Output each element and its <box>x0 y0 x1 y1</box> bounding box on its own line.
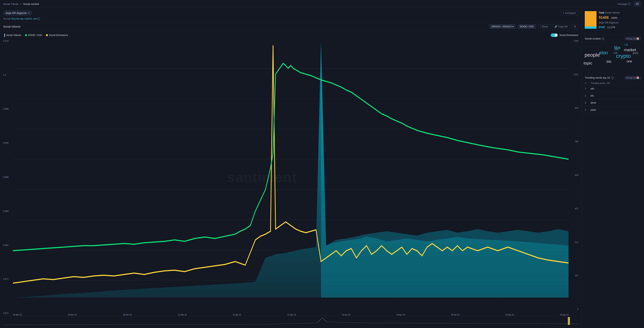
word-people[interactable]: people <box>584 52 600 58</box>
compare-button[interactable]: + Compare <box>560 10 578 16</box>
trending-table: 1 eth 2 btc 3 drive 4 pass <box>582 85 644 113</box>
word-crypto-score: 0.88 <box>614 52 617 54</box>
volume-total-pct: 100% <box>611 16 618 19</box>
social-context-title: Social context i <box>585 37 604 40</box>
word-one[interactable]: one <box>626 60 632 63</box>
volume-sub-numbers: 5742 11.17% <box>599 26 620 29</box>
volume-bar-fill-small <box>585 26 596 29</box>
x-axis: 29 Mar 23 29 Mar 23 30 Mar 23 31 Mar 23 … <box>13 314 568 316</box>
period-button[interactable]: 1D <box>634 2 641 6</box>
toggle-label: Social Dominance <box>559 34 578 36</box>
word-topic[interactable]: topic <box>584 61 592 66</box>
svg-marker-10 <box>321 42 568 298</box>
right-panel: Total Social Volume 51408 100% doge OR d… <box>582 8 644 328</box>
chart-area: doge OR dogecoin × + Compare Try out: Bu… <box>0 8 582 328</box>
volume-total-numbers: 51408 100% <box>599 16 620 20</box>
volume-total-label: Total Social Volume <box>599 11 620 14</box>
average-label: Average i <box>618 2 630 6</box>
volume-bar-fill <box>585 11 596 29</box>
search-bar: doge OR dogecoin × + Compare <box>3 10 578 16</box>
trending-row-4[interactable]: 4 pass <box>582 106 644 113</box>
volume-bar-container: Total Social Volume 51408 100% doge OR d… <box>585 11 641 29</box>
volume-bar-total <box>585 11 596 29</box>
dominance-dot <box>46 34 48 36</box>
chart-title: Social Volume <box>3 25 20 28</box>
svg-rect-11 <box>568 317 570 325</box>
social-context-info-icon[interactable]: i <box>602 37 604 40</box>
settings-button[interactable]: ⚙ <box>572 24 578 29</box>
row-word-eth: eth <box>591 87 641 90</box>
y-axis-right: 1258 1101 943 786 629 471 314 157 0 <box>568 38 578 312</box>
volume-sub-num: 5742 <box>599 26 605 29</box>
legend-social-dominance[interactable]: Social Dominance <box>46 34 68 36</box>
col-num-header: # <box>585 82 591 84</box>
word-cloud: people like 1.00 market elon 0.91 crypto… <box>582 42 644 74</box>
header: Social Trends > Social context Average i… <box>0 0 644 8</box>
word-crypto[interactable]: crypto <box>616 53 631 59</box>
copy-link-button[interactable]: 🔗 Copy link <box>552 24 570 29</box>
trending-row-1[interactable]: 1 eth <box>582 85 644 92</box>
breadcrumb-social-trends[interactable]: Social Trends <box>3 2 18 6</box>
bottom-mini-chart <box>3 316 578 326</box>
doge-dot <box>25 34 27 36</box>
volume-sub-pct: 11.17% <box>607 26 615 29</box>
link-icon: 🔗 <box>554 25 558 28</box>
volume-summary: Total Social Volume 51408 100% doge OR d… <box>582 8 644 34</box>
calendar-icon: 📅 <box>636 37 639 40</box>
legend: ▐ Social Volume DOGE / USD Social Domina… <box>3 32 578 38</box>
col-word-header: Trending words, 24h <box>591 82 641 84</box>
try-out: Try out: Buy the dip, bottom, sell i <box>3 18 578 20</box>
breadcrumb-separator: > <box>20 2 22 6</box>
bar-icon: ▐ <box>3 34 5 37</box>
social-context-header: Social context i 05 Apr 23 📅 <box>582 34 644 42</box>
share-icon: ⤴ <box>540 25 541 28</box>
close-icon[interactable]: × <box>28 11 30 14</box>
y-axis-left: 0.103 0.1 0.096 0.092 0.088 0.084 0.081 … <box>3 38 13 316</box>
row-word-drive: drive <box>591 101 641 104</box>
row-num-2: 2 <box>585 94 591 97</box>
volume-info: Total Social Volume 51408 100% doge OR d… <box>599 11 620 29</box>
row-num-4: 4 <box>585 108 591 111</box>
trending-title: Trending words top 10 i <box>585 76 614 79</box>
social-dominance-toggle[interactable] <box>551 34 558 37</box>
trending-table-header: # Trending words, 24h <box>582 81 644 85</box>
search-tag: doge OR dogecoin × <box>3 10 32 16</box>
breadcrumb-current: Social context <box>23 2 39 6</box>
volume-sub-label: doge OR dogecoin <box>599 21 620 24</box>
chart-toolbar: Social Volume 29/03/23 - 05/04/23 ▾ DOGE… <box>3 22 578 31</box>
try-out-link[interactable]: Buy the dip, bottom, sell <box>12 18 37 20</box>
trending-calendar-icon: 📅 <box>636 76 639 79</box>
row-word-btc: btc <box>591 94 641 97</box>
row-num-1: 1 <box>585 88 591 90</box>
word-post[interactable]: post <box>633 51 638 54</box>
asset-button[interactable]: DOGE / USD <box>518 24 536 29</box>
legend-right: Social Dominance <box>551 34 578 37</box>
chart-container: santiment 0.103 0.1 0.096 0.092 0.088 0.… <box>3 38 578 316</box>
share-button[interactable]: ⤴ Share <box>538 24 550 29</box>
trending-info-icon[interactable]: i <box>611 76 614 79</box>
volume-total-num: 51408 <box>599 16 608 20</box>
gear-icon: ⚙ <box>574 25 576 28</box>
trending-header: Trending words top 10 i 05 Apr 23 📅 <box>582 74 644 81</box>
try-out-info-icon[interactable]: i <box>37 18 40 20</box>
row-num-3: 3 <box>585 102 591 104</box>
main-layout: doge OR dogecoin × + Compare Try out: Bu… <box>0 8 644 328</box>
toolbar-right: 29/03/23 - 05/04/23 ▾ DOGE / USD ⤴ Share… <box>489 24 578 29</box>
word-elon[interactable]: elon <box>599 50 608 56</box>
date-range-button[interactable]: 29/03/23 - 05/04/23 ▾ <box>489 24 516 29</box>
legend-social-volume[interactable]: ▐ Social Volume <box>3 34 21 37</box>
row-word-pass: pass <box>591 108 641 111</box>
word-btc[interactable]: btc <box>607 60 612 64</box>
legend-doge-usd[interactable]: DOGE / USD <box>25 34 42 36</box>
average-info-icon[interactable]: i <box>628 2 630 5</box>
social-context-date[interactable]: 05 Apr 23 📅 <box>625 37 641 40</box>
chevron-down-icon: ▾ <box>512 25 514 28</box>
header-right: Average i 1D <box>618 2 641 6</box>
trending-date[interactable]: 05 Apr 23 📅 <box>625 76 641 80</box>
word-elon-score: 0.91 <box>615 49 618 51</box>
word-like-score: 1.00 <box>624 44 628 46</box>
trending-row-3[interactable]: 3 drive <box>582 99 644 106</box>
trending-row-2[interactable]: 2 btc <box>582 92 644 99</box>
search-tag-text: doge OR dogecoin <box>6 12 27 14</box>
chart-svg <box>13 38 568 312</box>
